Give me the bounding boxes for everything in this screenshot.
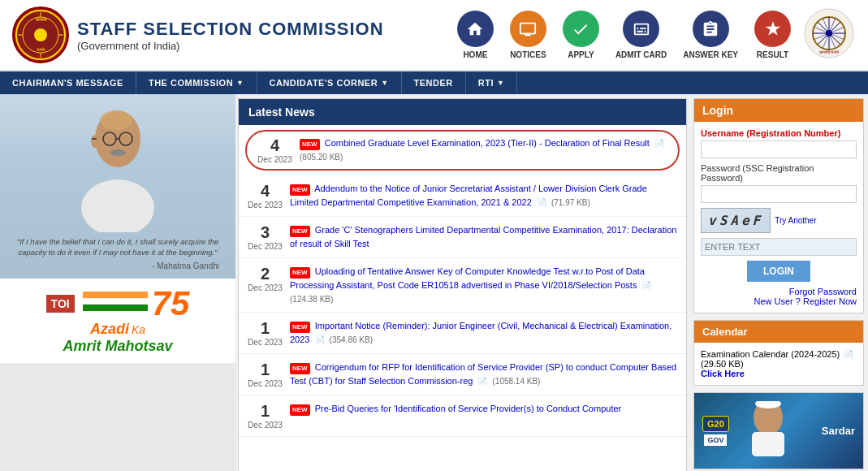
nav-answer[interactable]: ANSWER KEY [683,11,738,59]
rti-dropdown-icon: ▼ [497,79,504,87]
news-item-5: 1 Dec 2023 NEW Important Notice (Reminde… [239,313,686,354]
news-link-3[interactable]: Grade 'C' Stenographers Limited Departme… [290,225,676,248]
news-link-7[interactable]: Pre-Bid Queries for 'Identification of S… [315,404,621,413]
news-link-2[interactable]: Addendum to the Notice of Junior Secreta… [290,184,647,207]
candidates-label: CANDIDATE'S CORNER [270,78,378,88]
svg-point-29 [100,110,132,130]
nav-home[interactable]: HOME [457,11,494,59]
try-another-link[interactable]: Try Another [775,216,816,225]
captcha-row: vSAeF Try Another [701,208,857,233]
login-header: Login [694,99,863,122]
svg-point-24 [81,179,154,232]
gandhi-quote: "If I have the belief that I can do it, … [8,236,227,258]
news-date-1: 4 Dec 2023 [257,136,293,164]
svg-text:सत्यमेव: सत्यमेव [35,17,47,22]
answer-label: ANSWER KEY [683,50,738,59]
azadi-number: 75 [152,287,190,321]
password-label: Password (SSC Registration Password) [701,163,857,183]
admit-label: ADMIT CARD [615,50,667,59]
new-badge-4: NEW [290,267,310,279]
nav-apply[interactable]: APPLY [563,11,599,59]
news-list[interactable]: 4 Dec 2023 NEW Combined Graduate Level E… [239,125,686,471]
org-subtitle: (Government of India) [77,40,384,52]
nav-notices[interactable]: NOTICES [510,11,546,59]
gandhi-section: "If I have the belief that I can do it, … [0,94,235,279]
svg-point-2 [34,28,47,41]
new-badge-5: NEW [290,322,310,333]
captcha-input[interactable] [701,238,857,256]
new-badge-6: NEW [290,363,310,374]
calendar-body: Examination Calendar (2024-2025) 📄 (29.5… [694,343,863,385]
news-item-7: 1 Dec 2023 NEW Pre-Bid Queries for 'Iden… [239,395,686,437]
nav-rti[interactable]: RTI ▼ [466,71,518,94]
svg-text:जयते: जयते [36,47,45,52]
nav-chairmans-message[interactable]: CHAIRMAN'S MESSAGE [0,71,136,94]
password-input[interactable] [701,185,857,203]
g20-badge: G20 GOV [702,416,729,446]
svg-point-30 [110,149,126,156]
ashoka-emblem: सत्यमेव जयते [803,7,856,63]
nav-icons: HOME NOTICES APPLY ADMIT CARD ANSWER KEY [457,11,791,59]
news-item-4: 2 Dec 2023 NEW Uploading of Tentative An… [239,258,686,313]
chairmans-label: CHAIRMAN'S MESSAGE [12,78,123,88]
news-content-4: NEW Uploading of Tentative Answer Key of… [290,265,678,305]
username-input[interactable] [701,140,857,158]
svg-text:सत्यमेव जयते: सत्यमेव जयते [818,50,839,54]
header: सत्यमेव जयते STAFF SELECTION COMMISSION … [0,0,868,71]
news-link-1[interactable]: Combined Graduate Level Examination, 202… [325,138,650,148]
captcha-image: vSAeF [701,208,771,233]
new-badge-2: NEW [290,184,310,196]
news-item-3: 3 Dec 2023 NEW Grade 'C' Stenographers L… [239,217,686,258]
candidates-dropdown-icon: ▼ [381,79,388,87]
news-date-4: 2 Dec 2023 [247,265,283,292]
home-icon [457,11,494,47]
new-badge: NEW [300,139,320,150]
svg-point-23 [91,135,99,148]
news-content-6: NEW Corrigendum for RFP for Identificati… [290,361,678,388]
news-date-2: 4 Dec 2023 [247,182,283,210]
ssc-logo: सत्यमेव जयते [12,6,69,63]
apply-label: APPLY [568,50,594,59]
logo-area: सत्यमेव जयते STAFF SELECTION COMMISSION … [12,6,457,63]
news-item-2: 4 Dec 2023 NEW Addendum to the Notice of… [239,175,686,217]
result-icon [754,11,791,47]
news-date-3: 3 Dec 2023 [247,223,283,251]
main-content: "If I have the belief that I can do it, … [0,94,868,471]
right-sidebar: Login Username (Registration Number) Pas… [689,94,868,471]
org-name: STAFF SELECTION COMMISSION [77,19,384,40]
news-content-1: NEW Combined Graduate Level Examination,… [300,136,668,164]
login-links: Forgot Password New User ? Register Now [701,287,857,306]
news-date-6: 1 Dec 2023 [247,361,283,388]
sardar-label: Sardar [822,425,855,437]
sardar-inner: G20 GOV Sardar [694,393,863,469]
nav-admit[interactable]: ADMIT CARD [615,11,667,59]
forgot-password-link[interactable]: Forgot Password [701,287,857,296]
news-item-highlighted: 4 Dec 2023 NEW Combined Graduate Level E… [245,130,680,171]
azadi-ka: Ka [132,323,145,336]
calendar-text: Examination Calendar (2024-2025) [701,349,840,359]
calendar-link[interactable]: Click Here [701,369,745,378]
result-label: RESULT [757,50,788,59]
rti-label: RTI [478,78,494,88]
azadi-text: Azadi [90,321,129,338]
news-date-7: 1 Dec 2023 [247,402,283,430]
main-nav: CHAIRMAN'S MESSAGE THE COMMISSION ▼ CAND… [0,71,868,94]
nav-candidates-corner[interactable]: CANDIDATE'S CORNER ▼ [257,71,402,94]
login-button[interactable]: LOGIN [747,261,810,282]
nav-tender[interactable]: TENDER [402,71,466,94]
home-label: HOME [463,50,487,59]
new-user-link[interactable]: New User ? Register Now [701,296,857,306]
news-header: Latest News [239,99,686,125]
nav-commission[interactable]: THE COMMISSION ▼ [136,71,257,94]
left-sidebar: "If I have the belief that I can do it, … [0,94,235,471]
news-section: Latest News 4 Dec 2023 NEW Combined Grad… [238,98,687,471]
calendar-filesize: (29.50 KB) [701,359,744,369]
azadi-sub: Amrit Mahotsav [8,338,227,355]
news-item-6: 1 Dec 2023 NEW Corrigendum for RFP for I… [239,354,686,395]
nav-result[interactable]: RESULT [754,11,791,59]
news-link-4[interactable]: Uploading of Tentative Answer Key of Com… [290,266,645,290]
tender-label: TENDER [414,78,453,88]
login-box: Login Username (Registration Number) Pas… [693,98,864,313]
sardar-img [736,401,815,460]
toi-badge: TOI [46,295,75,313]
